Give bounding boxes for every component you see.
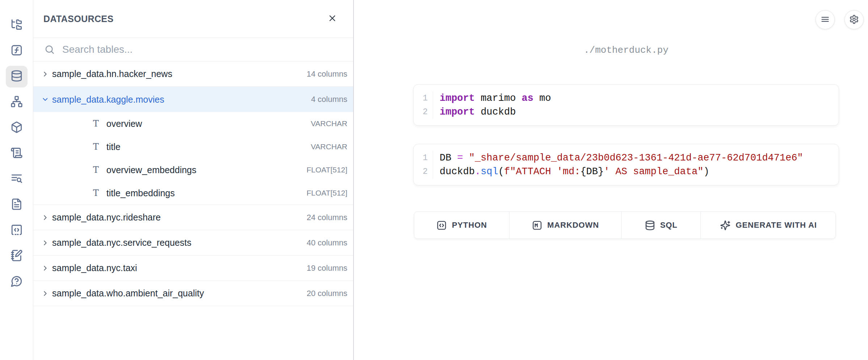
list-search-icon: [10, 172, 23, 186]
add-cell-button-label: MARKDOWN: [547, 220, 599, 230]
line-number: 1: [414, 91, 433, 105]
column-row[interactable]: TtitleVARCHAR: [33, 135, 353, 158]
settings-icon: [849, 14, 859, 25]
table-row[interactable]: sample_data.nyc.taxi19 columns: [33, 256, 353, 281]
search-row: [33, 38, 353, 61]
code-token: duckdb: [440, 166, 475, 177]
chevron-down-icon: [41, 95, 50, 103]
code-snippets-icon: [10, 224, 23, 237]
table-row[interactable]: sample_data.who.ambient_air_quality20 co…: [33, 281, 353, 306]
code-line: import duckdb: [440, 105, 551, 119]
code-token: import: [440, 93, 475, 104]
column-type: FLOAT[512]: [306, 189, 347, 197]
document-icon: [10, 198, 23, 212]
table-column-count: 19 columns: [306, 263, 347, 273]
chevron-right-icon: [41, 290, 50, 297]
chevron-right-icon: [41, 239, 50, 247]
code-editor[interactable]: import marimo as moimport duckdb: [433, 91, 551, 119]
code-token: import: [440, 107, 475, 117]
top-actions: [816, 10, 864, 29]
table-columns-group: ToverviewVARCHARTtitleVARCHARToverview_e…: [33, 112, 353, 205]
rail-item-database[interactable]: [6, 66, 27, 87]
table-column-count: 4 columns: [311, 95, 347, 104]
notebook-filename[interactable]: ./motherduck.py: [413, 45, 839, 56]
rail-item-scratchpad[interactable]: [6, 245, 27, 267]
rail-item-package[interactable]: [6, 117, 27, 139]
table-row[interactable]: sample_data.nyc.rideshare24 columns: [33, 205, 353, 230]
column-name: title: [106, 142, 120, 152]
chevron-right-icon: [41, 70, 50, 78]
code-token: ' AS sample_data": [604, 166, 703, 177]
code-line: duckdb.sql(f"ATTACH 'md:{DB}' AS sample_…: [440, 165, 803, 179]
help-chat-icon: [10, 275, 23, 289]
line-number-gutter: 12: [414, 91, 433, 119]
markdown-square-icon: [532, 220, 542, 231]
rail-item-code-snippets[interactable]: [6, 220, 27, 241]
add-markdown-cell-button[interactable]: MARKDOWN: [509, 212, 622, 239]
text-type-icon: T: [91, 188, 101, 198]
tables-list: sample_data.hn.hacker_news14 columnssamp…: [33, 61, 353, 306]
table-column-count: 24 columns: [306, 213, 347, 222]
column-row[interactable]: Ttitle_embeddingsFLOAT[512]: [33, 181, 353, 205]
table-name: sample_data.nyc.rideshare: [52, 212, 161, 223]
rail-item-list-search[interactable]: [6, 168, 27, 190]
add-sql-cell-button[interactable]: SQL: [622, 212, 701, 239]
column-type: VARCHAR: [311, 119, 347, 128]
table-column-count: 20 columns: [306, 289, 347, 298]
code-token: sql: [480, 166, 498, 177]
icon-rail: [0, 0, 33, 360]
rail-item-dependency-graph[interactable]: [6, 91, 27, 113]
rail-item-file-tree[interactable]: [6, 14, 27, 36]
sparkles-icon: [720, 220, 731, 231]
code-token: {DB}: [580, 166, 604, 177]
search-icon: [44, 44, 55, 55]
table-name: sample_data.nyc.service_requests: [52, 237, 191, 248]
column-row[interactable]: Toverview_embeddingsFLOAT[512]: [33, 158, 353, 181]
add-cell-button-label: SQL: [660, 220, 678, 230]
panel-header: DATASOURCES: [33, 0, 353, 38]
code-token: f"ATTACH 'md:: [504, 166, 580, 177]
scratchpad-icon: [10, 249, 23, 263]
settings-button[interactable]: [844, 10, 864, 29]
add-python-cell-button[interactable]: PYTHON: [414, 212, 509, 239]
table-row[interactable]: sample_data.kaggle.movies4 columns: [33, 87, 353, 112]
add-cell-button-label: PYTHON: [452, 220, 487, 230]
file-tree-icon: [10, 18, 23, 32]
close-panel-button[interactable]: [327, 13, 337, 24]
table-row[interactable]: sample_data.nyc.service_requests40 colum…: [33, 230, 353, 256]
add-generate-with-ai-cell-button[interactable]: GENERATE WITH AI: [701, 212, 836, 239]
code-editor[interactable]: DB = "_share/sample_data/23b0d623-1361-4…: [433, 151, 803, 179]
table-column-count: 40 columns: [306, 238, 347, 248]
text-type-icon: T: [91, 119, 101, 129]
dependency-graph-icon: [10, 95, 23, 109]
code-token: (: [498, 166, 504, 177]
rail-item-function[interactable]: [6, 40, 27, 62]
search-input[interactable]: [62, 44, 342, 55]
package-icon: [10, 121, 23, 135]
table-row[interactable]: sample_data.hn.hacker_news14 columns: [33, 61, 353, 87]
code-line: DB = "_share/sample_data/23b0d623-1361-4…: [440, 151, 803, 165]
rail-item-help-chat[interactable]: [6, 271, 27, 293]
line-number: 2: [414, 165, 433, 179]
text-type-icon: T: [91, 142, 101, 152]
table-name: sample_data.nyc.taxi: [52, 263, 137, 273]
code-token: as: [522, 93, 533, 104]
code-token: ): [703, 166, 709, 177]
column-name: overview_embeddings: [106, 165, 196, 175]
rail-item-document[interactable]: [6, 194, 27, 216]
function-icon: [10, 44, 23, 58]
code-token: DB: [440, 153, 457, 163]
line-number-gutter: 12: [414, 151, 433, 179]
column-type: FLOAT[512]: [306, 166, 347, 174]
column-row[interactable]: ToverviewVARCHAR: [33, 112, 353, 135]
table-name: sample_data.kaggle.movies: [52, 94, 164, 105]
code-cell[interactable]: 12import marimo as moimport duckdb: [413, 84, 839, 126]
notebook-area: ./motherduck.py 12import marimo as moimp…: [355, 0, 868, 360]
code-cell[interactable]: 12DB = "_share/sample_data/23b0d623-1361…: [413, 144, 839, 185]
rail-item-logs-scroll[interactable]: [6, 143, 27, 164]
code-line: import marimo as mo: [440, 91, 551, 105]
database-icon: [645, 220, 655, 231]
menu-button[interactable]: [816, 10, 835, 29]
code-token: duckdb: [475, 107, 516, 117]
code-token: "_share/sample_data/23b0d623-1361-421d-a…: [469, 153, 803, 163]
